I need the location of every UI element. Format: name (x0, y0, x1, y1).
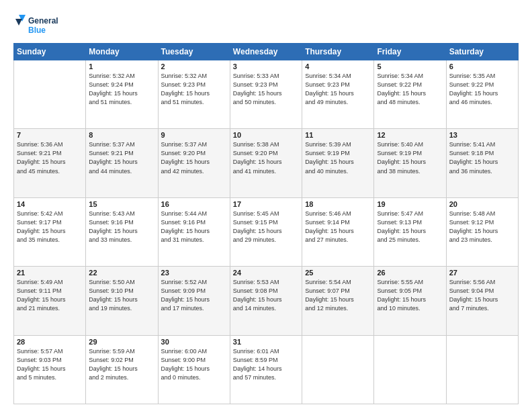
day-info: Sunrise: 5:37 AM Sunset: 9:20 PM Dayligh… (161, 140, 227, 175)
calendar-cell: 27Sunrise: 5:56 AM Sunset: 9:04 PM Dayli… (446, 267, 518, 335)
calendar-cell: 21Sunrise: 5:49 AM Sunset: 9:11 PM Dayli… (14, 267, 86, 335)
day-number: 29 (89, 338, 154, 346)
col-header-thursday: Thursday (302, 44, 374, 60)
calendar-cell: 1Sunrise: 5:32 AM Sunset: 9:24 PM Daylig… (86, 60, 158, 129)
calendar-week-3: 14Sunrise: 5:42 AM Sunset: 9:17 PM Dayli… (14, 197, 519, 266)
day-number: 28 (17, 338, 83, 346)
day-number: 14 (17, 200, 83, 208)
calendar-cell: 12Sunrise: 5:40 AM Sunset: 9:19 PM Dayli… (374, 129, 446, 197)
calendar-cell (14, 60, 86, 129)
day-info: Sunrise: 6:01 AM Sunset: 8:59 PM Dayligh… (233, 347, 299, 382)
day-number: 1 (89, 62, 154, 71)
day-info: Sunrise: 5:43 AM Sunset: 9:16 PM Dayligh… (89, 210, 154, 244)
calendar-cell: 7Sunrise: 5:36 AM Sunset: 9:21 PM Daylig… (14, 129, 86, 197)
calendar-week-1: 1Sunrise: 5:32 AM Sunset: 9:24 PM Daylig… (14, 60, 519, 129)
day-number: 17 (233, 200, 299, 208)
day-number: 20 (449, 200, 515, 208)
day-info: Sunrise: 5:41 AM Sunset: 9:18 PM Dayligh… (449, 140, 515, 175)
day-number: 30 (161, 338, 227, 346)
calendar-cell: 13Sunrise: 5:41 AM Sunset: 9:18 PM Dayli… (446, 129, 518, 197)
day-info: Sunrise: 5:37 AM Sunset: 9:21 PM Dayligh… (89, 140, 154, 175)
calendar-page: General Blue SundayMondayTuesdayWednesda… (0, 0, 532, 411)
day-info: Sunrise: 5:34 AM Sunset: 9:23 PM Dayligh… (305, 72, 371, 107)
calendar-cell (446, 335, 518, 404)
calendar-cell: 28Sunrise: 5:57 AM Sunset: 9:03 PM Dayli… (14, 335, 86, 404)
calendar-table: SundayMondayTuesdayWednesdayThursdayFrid… (13, 43, 519, 404)
calendar-cell: 15Sunrise: 5:43 AM Sunset: 9:16 PM Dayli… (86, 197, 158, 266)
day-info: Sunrise: 5:45 AM Sunset: 9:15 PM Dayligh… (233, 210, 299, 244)
col-header-tuesday: Tuesday (158, 44, 230, 60)
day-number: 18 (305, 200, 371, 208)
calendar-cell: 19Sunrise: 5:47 AM Sunset: 9:13 PM Dayli… (374, 197, 446, 266)
svg-marker-3 (15, 19, 22, 26)
day-info: Sunrise: 5:32 AM Sunset: 9:24 PM Dayligh… (89, 72, 154, 107)
day-info: Sunrise: 5:32 AM Sunset: 9:23 PM Dayligh… (161, 72, 227, 107)
day-info: Sunrise: 5:55 AM Sunset: 9:05 PM Dayligh… (377, 278, 443, 313)
day-info: Sunrise: 5:40 AM Sunset: 9:19 PM Dayligh… (377, 140, 443, 175)
day-number: 23 (161, 269, 227, 277)
day-number: 21 (17, 269, 83, 277)
calendar-cell: 3Sunrise: 5:33 AM Sunset: 9:23 PM Daylig… (230, 60, 302, 129)
calendar-cell: 11Sunrise: 5:39 AM Sunset: 9:19 PM Dayli… (302, 129, 374, 197)
day-info: Sunrise: 5:48 AM Sunset: 9:12 PM Dayligh… (449, 210, 515, 244)
day-info: Sunrise: 5:36 AM Sunset: 9:21 PM Dayligh… (17, 140, 83, 175)
day-number: 31 (233, 338, 299, 346)
calendar-cell: 25Sunrise: 5:54 AM Sunset: 9:07 PM Dayli… (302, 267, 374, 335)
day-number: 6 (449, 62, 515, 71)
day-info: Sunrise: 6:00 AM Sunset: 9:00 PM Dayligh… (161, 347, 227, 382)
day-number: 16 (161, 200, 227, 208)
calendar-cell: 26Sunrise: 5:55 AM Sunset: 9:05 PM Dayli… (374, 267, 446, 335)
logo-svg: General Blue (13, 12, 60, 38)
day-number: 27 (449, 269, 515, 277)
calendar-cell: 16Sunrise: 5:44 AM Sunset: 9:16 PM Dayli… (158, 197, 230, 266)
calendar-cell: 18Sunrise: 5:46 AM Sunset: 9:14 PM Dayli… (302, 197, 374, 266)
calendar-week-5: 28Sunrise: 5:57 AM Sunset: 9:03 PM Dayli… (14, 335, 519, 404)
calendar-cell: 8Sunrise: 5:37 AM Sunset: 9:21 PM Daylig… (86, 129, 158, 197)
calendar-cell: 23Sunrise: 5:52 AM Sunset: 9:09 PM Dayli… (158, 267, 230, 335)
day-number: 4 (305, 62, 371, 71)
day-number: 25 (305, 269, 371, 277)
logo: General Blue (13, 12, 60, 38)
day-info: Sunrise: 5:52 AM Sunset: 9:09 PM Dayligh… (161, 278, 227, 313)
col-header-wednesday: Wednesday (230, 44, 302, 60)
day-number: 3 (233, 62, 299, 71)
calendar-cell: 22Sunrise: 5:50 AM Sunset: 9:10 PM Dayli… (86, 267, 158, 335)
calendar-cell: 20Sunrise: 5:48 AM Sunset: 9:12 PM Dayli… (446, 197, 518, 266)
calendar-cell: 29Sunrise: 5:59 AM Sunset: 9:02 PM Dayli… (86, 335, 158, 404)
day-info: Sunrise: 5:49 AM Sunset: 9:11 PM Dayligh… (17, 278, 83, 313)
day-info: Sunrise: 5:56 AM Sunset: 9:04 PM Dayligh… (449, 278, 515, 313)
calendar-cell: 17Sunrise: 5:45 AM Sunset: 9:15 PM Dayli… (230, 197, 302, 266)
calendar-cell: 14Sunrise: 5:42 AM Sunset: 9:17 PM Dayli… (14, 197, 86, 266)
svg-text:General: General (28, 16, 58, 26)
day-info: Sunrise: 5:39 AM Sunset: 9:19 PM Dayligh… (305, 140, 371, 175)
calendar-cell: 10Sunrise: 5:38 AM Sunset: 9:20 PM Dayli… (230, 129, 302, 197)
day-info: Sunrise: 5:46 AM Sunset: 9:14 PM Dayligh… (305, 210, 371, 244)
day-info: Sunrise: 5:33 AM Sunset: 9:23 PM Dayligh… (233, 72, 299, 107)
col-header-sunday: Sunday (14, 44, 86, 60)
col-header-saturday: Saturday (446, 44, 518, 60)
day-info: Sunrise: 5:57 AM Sunset: 9:03 PM Dayligh… (17, 347, 83, 382)
col-header-friday: Friday (374, 44, 446, 60)
calendar-week-2: 7Sunrise: 5:36 AM Sunset: 9:21 PM Daylig… (14, 129, 519, 197)
calendar-cell: 24Sunrise: 5:53 AM Sunset: 9:08 PM Dayli… (230, 267, 302, 335)
day-number: 7 (17, 131, 83, 139)
day-number: 8 (89, 131, 154, 139)
day-info: Sunrise: 5:54 AM Sunset: 9:07 PM Dayligh… (305, 278, 371, 313)
day-number: 26 (377, 269, 443, 277)
day-number: 22 (89, 269, 154, 277)
day-number: 15 (89, 200, 154, 208)
day-number: 2 (161, 62, 227, 71)
day-info: Sunrise: 5:47 AM Sunset: 9:13 PM Dayligh… (377, 210, 443, 244)
day-info: Sunrise: 5:53 AM Sunset: 9:08 PM Dayligh… (233, 278, 299, 313)
col-header-monday: Monday (86, 44, 158, 60)
svg-text:Blue: Blue (28, 26, 46, 35)
calendar-cell: 4Sunrise: 5:34 AM Sunset: 9:23 PM Daylig… (302, 60, 374, 129)
day-info: Sunrise: 5:38 AM Sunset: 9:20 PM Dayligh… (233, 140, 299, 175)
day-number: 12 (377, 131, 443, 139)
day-number: 9 (161, 131, 227, 139)
day-info: Sunrise: 5:35 AM Sunset: 9:22 PM Dayligh… (449, 72, 515, 107)
day-number: 10 (233, 131, 299, 139)
calendar-cell: 6Sunrise: 5:35 AM Sunset: 9:22 PM Daylig… (446, 60, 518, 129)
day-info: Sunrise: 5:34 AM Sunset: 9:22 PM Dayligh… (377, 72, 443, 107)
calendar-cell: 9Sunrise: 5:37 AM Sunset: 9:20 PM Daylig… (158, 129, 230, 197)
